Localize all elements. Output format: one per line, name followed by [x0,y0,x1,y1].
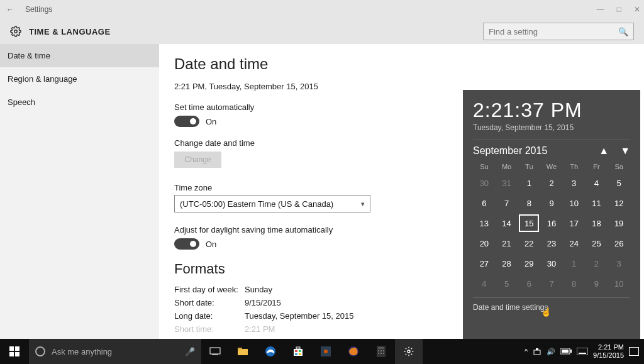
section-title: TIME & LANGUAGE [29,27,111,36]
file-explorer-icon[interactable] [229,339,257,364]
close-button[interactable]: ✕ [634,5,640,14]
svg-rect-12 [295,350,297,352]
svg-rect-22 [380,350,382,351]
month-label[interactable]: September 2015 [473,145,547,157]
calendar-day[interactable]: 4 [586,173,608,193]
calendar-week: 6789101112 [473,193,630,213]
calendar-day[interactable]: 23 [540,233,563,253]
svg-point-17 [324,350,328,353]
action-center-icon[interactable] [629,347,639,356]
calendar-day[interactable]: 21 [496,233,518,253]
battery-icon[interactable] [560,348,572,355]
maximize-button[interactable]: □ [617,5,621,14]
calendar-day[interactable]: 2 [540,173,563,193]
calendar-day[interactable]: 10 [608,273,630,294]
calendar-day[interactable]: 11 [586,193,608,213]
calendar-day[interactable]: 13 [473,213,496,233]
calendar-day[interactable]: 10 [563,193,586,213]
store-icon[interactable] [284,339,312,364]
sidebar-item-speech[interactable]: Speech [0,91,159,114]
calendar-day[interactable]: 29 [518,253,540,273]
calendar-day[interactable]: 12 [608,193,630,213]
svg-rect-28 [534,350,540,355]
search-box[interactable]: 🔍 [483,23,634,40]
search-input[interactable] [489,27,618,36]
calendar-day[interactable]: 9 [586,273,608,294]
calendar-day[interactable]: 5 [608,173,630,193]
svg-rect-15 [299,353,301,355]
month-next-button[interactable]: ▼ [620,145,630,157]
calendar-day[interactable]: 7 [496,193,518,213]
tray-clock[interactable]: 2:21 PM 9/15/2015 [593,343,624,360]
calendar-day[interactable]: 7 [540,273,563,294]
calendar-day[interactable]: 24 [563,233,586,253]
calendar-day[interactable]: 18 [586,213,608,233]
task-view-button[interactable] [201,339,229,364]
sidebar-item-region-language[interactable]: Region & language [0,67,159,91]
calendar-day[interactable]: 1 [518,173,540,193]
calendar-day[interactable]: 22 [518,233,540,253]
calendar-day[interactable]: 1 [563,253,586,273]
firefox-icon[interactable] [340,339,367,364]
calendar-day[interactable]: 6 [473,193,496,213]
minimize-button[interactable]: — [597,5,604,14]
calendar-week: 20212223242526 [473,233,630,253]
calendar-day[interactable]: 14 [496,213,518,233]
svg-rect-24 [378,353,379,354]
calendar-day[interactable]: 30 [473,173,496,193]
volume-icon[interactable]: 🔊 [547,348,555,356]
clock-calendar-flyout: 2:21:37 PM Tuesday, September 15, 2015 S… [463,90,640,339]
calendar-day[interactable]: 8 [563,273,586,294]
calendar-day[interactable]: 9 [540,193,563,213]
chevron-down-icon: ▾ [361,200,365,208]
settings-taskbar-icon[interactable] [395,339,423,364]
calendar-day[interactable]: 4 [473,273,496,294]
back-button[interactable]: ← [4,5,16,14]
calendar-day[interactable]: 16 [540,213,563,233]
calendar-day[interactable]: 3 [563,173,586,193]
date-time-settings-link[interactable]: Date and time settings ☝ [473,303,630,312]
calendar-day[interactable]: 19 [608,213,630,233]
tray-chevron-icon[interactable]: ^ [525,348,528,355]
calendar-week: 27282930123 [473,253,630,273]
calendar-day[interactable]: 31 [496,173,518,193]
calendar-day[interactable]: 28 [496,253,518,273]
calendar-day-today[interactable]: 15 [519,214,539,232]
calendar-day[interactable]: 30 [540,253,563,273]
month-prev-button[interactable]: ▲ [599,145,609,157]
flyout-time: 2:21:37 PM [473,99,630,122]
calendar-day[interactable]: 17 [563,213,586,233]
svg-rect-4 [15,352,19,356]
calendar-day[interactable]: 25 [586,233,608,253]
cortana-search[interactable]: Ask me anything 🎤 [29,339,201,364]
divider [473,297,630,298]
svg-rect-26 [383,353,384,354]
calendar-day[interactable]: 20 [473,233,496,253]
sidebar: Date & time Region & language Speech [0,44,159,339]
system-tray: ^ 🔊 2:21 PM 9/15/2015 [525,343,644,360]
edge-icon[interactable] [257,339,284,364]
app-icon[interactable] [312,339,340,364]
svg-point-0 [14,30,18,33]
svg-rect-8 [238,348,242,350]
change-button[interactable]: Change [174,152,221,168]
calendar-day[interactable]: 26 [608,233,630,253]
calendar-day[interactable]: 6 [518,273,540,294]
divider [473,140,630,140]
keyboard-icon[interactable] [577,348,588,355]
calendar-day[interactable]: 2 [586,253,608,273]
svg-rect-2 [15,346,19,351]
calendar-day[interactable]: 8 [518,193,540,213]
start-button[interactable] [0,339,29,364]
timezone-select[interactable]: (UTC-05:00) Eastern Time (US & Canada) ▾ [174,195,370,212]
dow-cell: Su [473,160,496,173]
sidebar-item-date-time[interactable]: Date & time [0,44,159,67]
calendar-day[interactable]: 5 [496,273,518,294]
svg-rect-23 [383,350,384,351]
dst-state: On [206,240,216,249]
svg-rect-13 [299,350,301,352]
calculator-icon[interactable] [367,339,395,364]
calendar-day[interactable]: 27 [473,253,496,273]
network-icon[interactable] [533,348,541,355]
calendar-day[interactable]: 3 [608,253,630,273]
